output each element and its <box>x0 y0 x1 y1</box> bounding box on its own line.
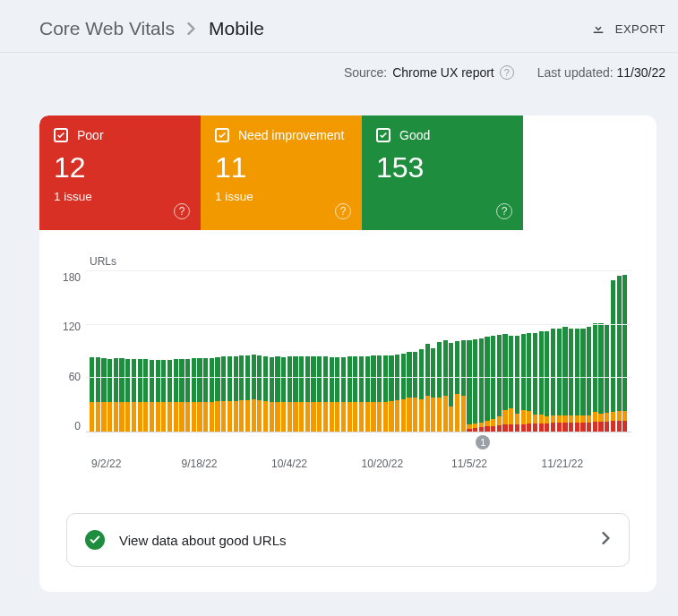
bar[interactable] <box>545 271 549 432</box>
bar[interactable] <box>455 271 459 432</box>
bar[interactable] <box>179 271 184 432</box>
bar[interactable] <box>509 271 513 432</box>
bar[interactable] <box>252 271 256 432</box>
bar[interactable] <box>593 271 597 432</box>
bar[interactable] <box>617 271 622 432</box>
export-button[interactable]: EXPORT <box>590 20 665 38</box>
bar[interactable] <box>587 271 591 432</box>
bar[interactable] <box>562 271 567 432</box>
bar[interactable] <box>203 271 208 432</box>
bar[interactable] <box>533 271 537 432</box>
bar[interactable] <box>132 271 136 432</box>
bar[interactable] <box>365 271 370 432</box>
bar[interactable] <box>281 271 286 432</box>
bar[interactable] <box>598 271 603 432</box>
bar[interactable] <box>383 271 388 432</box>
bar[interactable] <box>341 271 346 432</box>
bar[interactable] <box>234 271 238 432</box>
bar[interactable] <box>311 271 315 432</box>
bar[interactable] <box>359 271 364 432</box>
bar[interactable] <box>185 271 190 432</box>
bar[interactable] <box>395 271 399 432</box>
checkbox-icon[interactable] <box>215 128 229 142</box>
bar[interactable] <box>580 271 585 432</box>
bar[interactable] <box>479 271 484 432</box>
bar[interactable] <box>174 271 178 432</box>
bar[interactable] <box>330 271 334 432</box>
tile-good[interactable]: Good 153 ? <box>362 116 523 230</box>
bar[interactable] <box>156 271 160 432</box>
bar[interactable] <box>257 271 262 432</box>
bar[interactable] <box>114 271 118 432</box>
bar[interactable] <box>119 271 124 432</box>
bar[interactable] <box>239 271 244 432</box>
bar[interactable] <box>96 271 100 432</box>
bar[interactable] <box>299 271 304 432</box>
bar[interactable] <box>197 271 202 432</box>
bar[interactable] <box>521 271 526 432</box>
bar[interactable] <box>401 271 406 432</box>
bar[interactable] <box>515 271 519 432</box>
bar[interactable] <box>371 271 375 432</box>
bar[interactable] <box>143 271 148 432</box>
bar[interactable] <box>305 271 310 432</box>
bar[interactable] <box>275 271 279 432</box>
bar[interactable] <box>622 271 627 432</box>
bar[interactable] <box>348 271 352 432</box>
help-icon[interactable]: ? <box>174 203 190 219</box>
help-icon[interactable]: ? <box>496 203 512 219</box>
bar[interactable] <box>569 271 573 432</box>
bar[interactable] <box>245 271 250 432</box>
help-icon[interactable]: ? <box>500 65 514 80</box>
bar[interactable] <box>288 271 292 432</box>
bar[interactable] <box>461 271 466 432</box>
bar[interactable] <box>419 271 424 432</box>
bar[interactable] <box>497 271 502 432</box>
bar[interactable] <box>335 271 339 432</box>
bar[interactable] <box>377 271 382 432</box>
bar[interactable] <box>389 271 393 432</box>
bar[interactable] <box>485 271 489 432</box>
tile-poor[interactable]: Poor 12 1 issue ? <box>39 116 201 230</box>
bar[interactable] <box>527 271 531 432</box>
bar[interactable] <box>293 271 297 432</box>
bar[interactable] <box>473 271 477 432</box>
bar[interactable] <box>353 271 357 432</box>
bar[interactable] <box>192 271 196 432</box>
bar[interactable] <box>317 271 322 432</box>
bar[interactable] <box>605 271 609 432</box>
bar[interactable] <box>437 271 442 432</box>
bar[interactable] <box>215 271 219 432</box>
help-icon[interactable]: ? <box>335 203 351 219</box>
bar[interactable] <box>502 271 507 432</box>
bar[interactable] <box>413 271 417 432</box>
bar[interactable] <box>551 271 555 432</box>
bar[interactable] <box>323 271 328 432</box>
bar[interactable] <box>407 271 411 432</box>
bar[interactable] <box>138 271 142 432</box>
bar[interactable] <box>557 271 562 432</box>
bar[interactable] <box>443 271 448 432</box>
bar[interactable] <box>107 271 112 432</box>
bar[interactable] <box>150 271 154 432</box>
bar[interactable] <box>575 271 579 432</box>
bar[interactable] <box>125 271 130 432</box>
bar[interactable] <box>101 271 106 432</box>
checkbox-icon[interactable] <box>54 128 68 142</box>
bar[interactable] <box>227 271 232 432</box>
bar[interactable] <box>467 271 471 432</box>
bar[interactable] <box>431 271 435 432</box>
view-data-callout[interactable]: View data about good URLs <box>66 513 630 567</box>
bar[interactable] <box>449 271 453 432</box>
bar[interactable] <box>167 271 172 432</box>
breadcrumb-root[interactable]: Core Web Vitals <box>39 18 175 39</box>
annotation-marker[interactable]: 1 <box>476 435 490 449</box>
checkbox-icon[interactable] <box>376 128 390 142</box>
bar[interactable] <box>161 271 166 432</box>
bar[interactable] <box>491 271 495 432</box>
bar[interactable] <box>221 271 226 432</box>
bar[interactable] <box>611 271 615 432</box>
bar[interactable] <box>210 271 214 432</box>
bar[interactable] <box>263 271 268 432</box>
bar[interactable] <box>425 271 430 432</box>
